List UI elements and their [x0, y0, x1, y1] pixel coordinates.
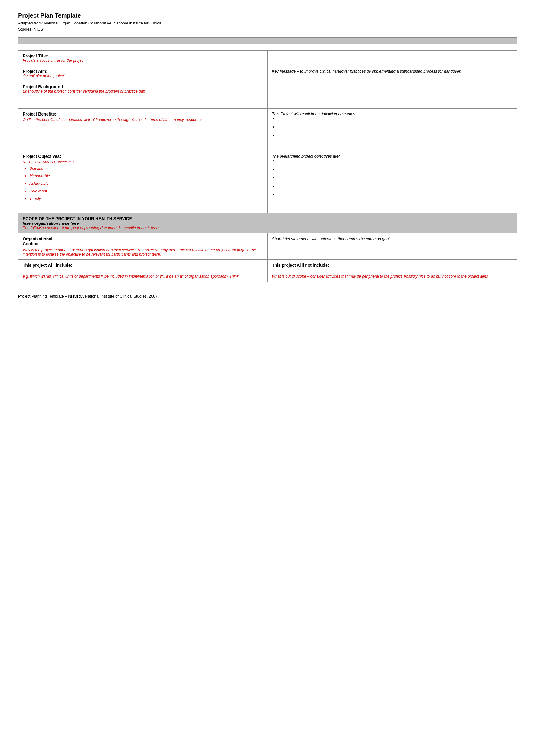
org-context-row: Organisational Context Why is the projec…: [18, 233, 517, 260]
scope-not-include-content: What is out of scope – consider activiti…: [268, 271, 517, 282]
project-background-row: Project Background: Brief outline of the…: [18, 81, 517, 109]
project-background-subheader: [18, 44, 517, 50]
footer: Project Planning Template – NHMRC, Natio…: [18, 294, 517, 298]
project-aim-note: Overall aim of the project: [23, 74, 263, 78]
smart-measurable: Measurable: [29, 174, 263, 178]
objective-bullet-5: [277, 192, 513, 197]
smart-timely: Timely: [29, 196, 263, 201]
smart-relevant: Releveant: [29, 189, 263, 193]
objective-bullet-2: [277, 167, 513, 171]
scope-split-content-row: e.g. which wards, clinical units or depa…: [18, 271, 517, 282]
project-background-note: Brief outline of the project, consider i…: [23, 89, 263, 94]
scope-org: Insert organisation name here: [23, 221, 512, 226]
project-aim-label: Project Aim:: [23, 69, 263, 74]
objective-bullet-3: [277, 176, 513, 180]
project-background-left: Project Background: Brief outline of the…: [18, 81, 268, 109]
project-objectives-bullets: [272, 158, 513, 197]
project-background-subheader-row: [18, 44, 517, 50]
scope-not-include-header: This project will not include:: [268, 260, 517, 271]
project-benefits-left: Project Benefits: Outline the benefits o…: [18, 109, 268, 151]
project-background-header-row: [18, 38, 517, 44]
project-benefits-note: Outline the benefits of standardised cli…: [23, 118, 263, 122]
project-background-label: Project Background:: [23, 84, 263, 89]
project-title-content: [268, 50, 517, 66]
project-objectives-intro: The overarching project objectives are:: [272, 154, 513, 158]
org-context-content: Short brief statements with outcomes tha…: [268, 233, 517, 260]
org-context-note: Why is the project important for your or…: [23, 248, 263, 256]
org-context-left: Organisational Context Why is the projec…: [18, 233, 268, 260]
smart-specific: Specific: [29, 166, 263, 171]
project-title-label: Project Title:: [23, 54, 263, 58]
project-background-header: [18, 38, 517, 44]
scope-include-note: e.g. which wards, clinical units or depa…: [23, 274, 239, 279]
scope-include-content: e.g. which wards, clinical units or depa…: [18, 271, 268, 282]
scope-title: SCOPE OF THE PROJECT IN YOUR HEALTH SERV…: [23, 216, 512, 221]
project-aim-content: Key message – to improve clinical handov…: [268, 66, 517, 81]
page-subtitle: Adapted from: National Organ Donation Co…: [18, 20, 517, 32]
project-title-row: Project Title: Provide a succinct title …: [18, 50, 517, 66]
org-context-label: Organisational Context: [23, 236, 263, 246]
project-aim-left: Project Aim: Overall aim of the project: [18, 66, 268, 81]
scope-include-header: This project will include:: [18, 260, 268, 271]
scope-note: The following section of the project pla…: [23, 226, 512, 230]
org-context-text: Short brief statements with outcomes tha…: [272, 236, 390, 241]
scope-header-cell: SCOPE OF THE PROJECT IN YOUR HEALTH SERV…: [18, 213, 517, 233]
project-title-left: Project Title: Provide a succinct title …: [18, 50, 268, 66]
project-objectives-note: NOTE: use SMART objectives: [23, 160, 263, 164]
project-benefits-bullets: [272, 116, 513, 137]
project-title-note: Provide a succinct title for the project: [23, 58, 263, 63]
project-benefits-label: Project Benefits:: [23, 112, 263, 117]
objective-bullet-1: [277, 158, 513, 163]
project-background-content: [268, 81, 517, 109]
project-benefits-content: This Project will result in the followin…: [268, 109, 517, 151]
smart-achievable: Achievable: [29, 181, 263, 186]
benefit-bullet-1: [277, 116, 513, 121]
main-table: Project Title: Provide a succinct title …: [18, 38, 517, 282]
project-objectives-left: Project Objectives: NOTE: use SMART obje…: [18, 151, 268, 213]
benefit-bullet-3: [277, 133, 513, 137]
project-benefits-row: Project Benefits: Outline the benefits o…: [18, 109, 517, 151]
project-objectives-row: Project Objectives: NOTE: use SMART obje…: [18, 151, 517, 213]
project-benefits-intro: This Project will result in the followin…: [272, 112, 513, 116]
smart-list: Specific Measurable Achievable Releveant…: [23, 166, 263, 201]
project-aim-text: Key message – to improve clinical handov…: [272, 69, 462, 73]
scope-not-include-note: What is out of scope – consider activiti…: [272, 274, 488, 279]
page-title: Project Plan Template: [18, 12, 517, 19]
benefit-bullet-2: [277, 124, 513, 129]
project-objectives-label: Project Objectives:: [23, 154, 263, 159]
objective-bullet-4: [277, 184, 513, 188]
project-objectives-content: The overarching project objectives are:: [268, 151, 517, 213]
project-aim-row: Project Aim: Overall aim of the project …: [18, 66, 517, 81]
scope-header-row: SCOPE OF THE PROJECT IN YOUR HEALTH SERV…: [18, 213, 517, 233]
scope-split-header-row: This project will include: This project …: [18, 260, 517, 271]
